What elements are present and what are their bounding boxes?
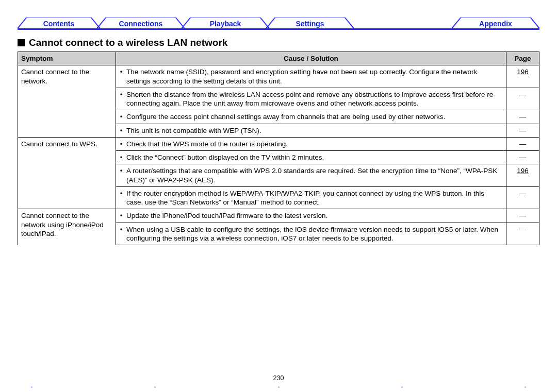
page-dash: —: [519, 226, 527, 233]
cause-cell: • This unit is not compatible with WEP (…: [116, 124, 506, 137]
dot-icon: [154, 386, 156, 388]
cause-text: Click the “Connect” button displayed on …: [126, 153, 503, 162]
troubleshooting-table: Symptom Cause / Solution Page Cannot con…: [18, 52, 539, 245]
page-cell: —: [506, 186, 539, 209]
bullet-icon: •: [119, 211, 123, 220]
bullet-icon: •: [119, 140, 123, 148]
dot-icon: [278, 386, 280, 388]
page-dash: —: [519, 113, 527, 121]
cause-cell: • Configure the access point channel set…: [116, 110, 506, 124]
cause-text: Shorten the distance from the wireless L…: [126, 90, 503, 108]
bullet-icon: •: [119, 225, 123, 243]
bullet-icon: •: [119, 153, 123, 162]
cause-cell: • A router/settings that are compatible …: [116, 164, 506, 187]
page-cell: —: [506, 124, 539, 137]
cause-text: If the router encryption method is WEP/W…: [126, 189, 503, 207]
dot-icon: [525, 386, 526, 388]
cause-text: This unit is not compatible with WEP (TS…: [126, 126, 503, 135]
th-cause: Cause / Solution: [116, 52, 506, 65]
page-cell: —: [506, 110, 539, 124]
dot-icon: [401, 386, 403, 388]
cause-cell: • Update the iPhone/iPod touch/iPad firm…: [116, 209, 506, 223]
bullet-icon: •: [119, 126, 123, 135]
page-link[interactable]: 196: [517, 167, 529, 175]
table-row: Cannot connect to the network. • The net…: [18, 65, 539, 88]
page-dash: —: [519, 127, 527, 134]
section-heading: Cannot connect to a wireless LAN network: [18, 37, 539, 48]
page-number: 230: [0, 374, 557, 382]
symptom-cell: Cannot connect to the network.: [18, 65, 116, 138]
cause-cell: • When using a USB cable to configure th…: [116, 223, 506, 245]
cause-cell: • Click the “Connect” button displayed o…: [116, 151, 506, 164]
page-cell: —: [506, 223, 539, 245]
page-link[interactable]: 196: [517, 68, 529, 76]
cause-text: A router/settings that are compatible wi…: [126, 166, 503, 184]
page-dash: —: [519, 140, 527, 148]
symptom-cell: Cannot connect to the network using iPho…: [18, 209, 116, 245]
table-row: Cannot connect to WPS. • Check that the …: [18, 137, 539, 150]
tab-playback-label: Playback: [210, 20, 241, 28]
tab-settings[interactable]: Settings: [266, 18, 354, 29]
tab-contents[interactable]: Contents: [18, 18, 100, 29]
cause-cell: • Check that the WPS mode of the router …: [116, 137, 506, 150]
cause-cell: • Shorten the distance from the wireless…: [116, 88, 506, 110]
tab-contents-label: Contents: [43, 20, 75, 28]
tab-settings-label: Settings: [296, 20, 324, 28]
cause-cell: • If the router encryption method is WEP…: [116, 186, 506, 209]
footer-nav-dots: [31, 386, 526, 388]
dot-icon: [31, 386, 32, 388]
page-cell: —: [506, 137, 539, 150]
page-cell[interactable]: 196: [506, 65, 539, 88]
th-symptom: Symptom: [18, 52, 116, 65]
tab-playback[interactable]: Playback: [182, 18, 269, 29]
bullet-icon: •: [119, 189, 123, 207]
page-dash: —: [519, 212, 527, 219]
page-cell: —: [506, 209, 539, 223]
section-title: Cannot connect to a wireless LAN network: [29, 37, 227, 48]
bullet-icon: •: [119, 67, 123, 86]
tab-appendix-label: Appendix: [479, 20, 512, 28]
cause-text: The network name (SSID), password and en…: [126, 67, 503, 86]
page-cell: —: [506, 151, 539, 164]
page-dash: —: [519, 190, 527, 197]
cause-text: When using a USB cable to configure the …: [126, 225, 503, 243]
page-dash: —: [519, 154, 527, 161]
cause-text: Check that the WPS mode of the router is…: [126, 140, 503, 148]
bullet-icon: •: [119, 90, 123, 108]
cause-text: Configure the access point channel setti…: [126, 112, 503, 121]
tab-connections[interactable]: Connections: [97, 18, 185, 29]
nav-tabs: Contents Connections Playback Settings A…: [18, 14, 539, 29]
tab-appendix[interactable]: Appendix: [452, 18, 539, 29]
square-bullet-icon: [18, 39, 25, 46]
page-cell[interactable]: 196: [506, 164, 539, 187]
tab-connections-label: Connections: [119, 20, 163, 28]
table-row: Cannot connect to the network using iPho…: [18, 209, 539, 223]
page-cell: —: [506, 88, 539, 110]
bullet-icon: •: [119, 166, 123, 184]
table-header-row: Symptom Cause / Solution Page: [18, 52, 539, 65]
cause-cell: • The network name (SSID), password and …: [116, 65, 506, 88]
bullet-icon: •: [119, 112, 123, 121]
cause-text: Update the iPhone/iPod touch/iPad firmwa…: [126, 211, 503, 220]
th-page: Page: [506, 52, 539, 65]
symptom-cell: Cannot connect to WPS.: [18, 137, 116, 209]
page-dash: —: [519, 91, 527, 98]
